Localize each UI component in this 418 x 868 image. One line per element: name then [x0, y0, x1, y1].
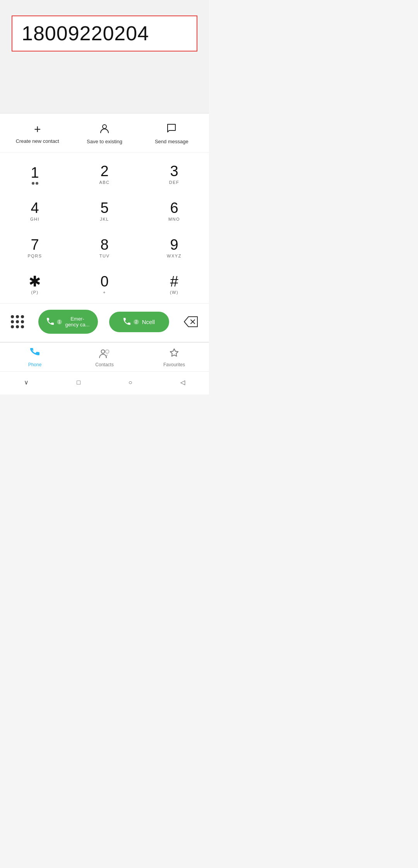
dial-key-0[interactable]: 0 +	[70, 267, 139, 304]
dial-letters-2: ABC	[99, 180, 110, 186]
dial-key-8[interactable]: 8 TUV	[70, 230, 139, 267]
dot	[21, 320, 24, 323]
svg-point-4	[106, 350, 109, 353]
dial-key-4[interactable]: 4 GHI	[0, 193, 70, 230]
dial-number-7: 7	[31, 237, 39, 253]
dot	[16, 320, 19, 323]
dial-letters-star: (P)	[31, 290, 38, 296]
dot	[21, 325, 24, 328]
dial-letters-6: MNO	[168, 217, 180, 223]
dot	[16, 315, 19, 318]
dial-letters-7: PQRS	[27, 254, 42, 260]
keypad-dots-button[interactable]	[8, 312, 27, 331]
dial-letters-5: JKL	[100, 217, 109, 223]
nav-favourites[interactable]: Favourites	[139, 348, 209, 367]
contacts-nav-icon	[99, 348, 110, 360]
dial-key-star[interactable]: ✱ (P)	[0, 267, 70, 304]
dial-key-3[interactable]: 3 DEF	[139, 156, 209, 193]
dial-number-9: 9	[170, 237, 178, 253]
dial-number-2: 2	[100, 163, 108, 180]
voicemail-icon	[32, 182, 38, 185]
dial-letters-0: +	[103, 290, 106, 296]
dialpad-grid: 1 2 ABC 3 DEF 4 GHI 5 JKL 6 MNO	[0, 156, 209, 303]
svg-point-0	[103, 125, 106, 129]
dial-letters-3: DEF	[169, 180, 180, 186]
dial-number-3: 3	[170, 163, 178, 180]
chat-icon	[166, 123, 177, 136]
action-row: + Create new contact Save to existing Se…	[0, 113, 209, 153]
phone-nav-label: Phone	[28, 362, 42, 367]
ncell-call-button[interactable]: 2 Ncell	[109, 312, 169, 332]
save-to-existing-button[interactable]: Save to existing	[71, 123, 138, 144]
dial-key-6[interactable]: 6 MNO	[139, 193, 209, 230]
dial-key-7[interactable]: 7 PQRS	[0, 230, 70, 267]
create-new-contact-label: Create new contact	[16, 138, 59, 144]
emergency-call-label: Emer-gency ca...	[65, 316, 89, 328]
dial-key-9[interactable]: 9 WXYZ	[139, 230, 209, 267]
dial-letters-9: WXYZ	[167, 254, 182, 260]
create-new-contact-button[interactable]: + Create new contact	[4, 124, 71, 144]
emergency-call-button[interactable]: 1 Emer-gency ca...	[38, 310, 98, 334]
nav-down-button[interactable]: ∨	[16, 376, 36, 388]
contacts-nav-label: Contacts	[95, 362, 113, 367]
bottom-nav: Phone Contacts Favourites	[0, 342, 209, 371]
add-contact-icon: +	[34, 124, 41, 135]
ncell-call-label: Ncell	[142, 319, 155, 325]
dial-letters-8: TUV	[99, 254, 110, 260]
backspace-button[interactable]	[180, 313, 201, 331]
dial-number-8: 8	[100, 237, 108, 253]
empty-space	[0, 63, 209, 113]
dial-number-0: 0	[100, 274, 108, 290]
dial-number-6: 6	[170, 200, 178, 216]
dial-letters-hash: (W)	[170, 290, 178, 296]
call-row: 1 Emer-gency ca... 2 Ncell	[0, 303, 209, 341]
send-message-button[interactable]: Send message	[138, 123, 205, 144]
dial-letters-4: GHI	[30, 217, 39, 223]
dial-key-1[interactable]: 1	[0, 156, 70, 193]
send-message-label: Send message	[155, 139, 188, 144]
dial-number-4: 4	[31, 200, 39, 216]
dot	[11, 320, 14, 323]
phone-display-area: 18009220204	[0, 0, 209, 63]
dot	[21, 315, 24, 318]
star-nav-icon	[169, 348, 179, 360]
dialpad: 1 2 ABC 3 DEF 4 GHI 5 JKL 6 MNO	[0, 153, 209, 341]
sim-badge-2: 2	[134, 319, 139, 324]
dial-key-5[interactable]: 5 JKL	[70, 193, 139, 230]
nav-phone[interactable]: Phone	[0, 348, 70, 367]
nav-home-button[interactable]: ○	[121, 377, 140, 388]
dot	[11, 315, 14, 318]
svg-point-3	[101, 350, 105, 353]
phone-number-box: 18009220204	[12, 15, 197, 51]
nav-contacts[interactable]: Contacts	[70, 348, 139, 367]
phone-call-icon-2	[123, 318, 130, 326]
dial-number-1: 1	[31, 165, 39, 181]
dial-number-hash: #	[170, 274, 178, 290]
nav-recents-button[interactable]: □	[69, 377, 88, 388]
phone-call-icon	[47, 318, 54, 326]
backspace-icon	[183, 316, 198, 328]
phone-nav-icon	[30, 348, 40, 360]
phone-number: 18009220204	[22, 22, 149, 45]
dial-key-hash[interactable]: # (W)	[139, 267, 209, 304]
dial-number-5: 5	[100, 200, 108, 216]
nav-back-button[interactable]: ◁	[173, 376, 193, 388]
dial-key-2[interactable]: 2 ABC	[70, 156, 139, 193]
person-icon	[99, 123, 110, 136]
favourites-nav-label: Favourites	[163, 362, 185, 367]
dial-number-star: ✱	[29, 274, 41, 290]
system-nav: ∨ □ ○ ◁	[0, 371, 209, 395]
sim-badge-1: 1	[57, 319, 62, 324]
dot	[11, 325, 14, 328]
save-to-existing-label: Save to existing	[87, 139, 122, 144]
dot	[16, 325, 19, 328]
